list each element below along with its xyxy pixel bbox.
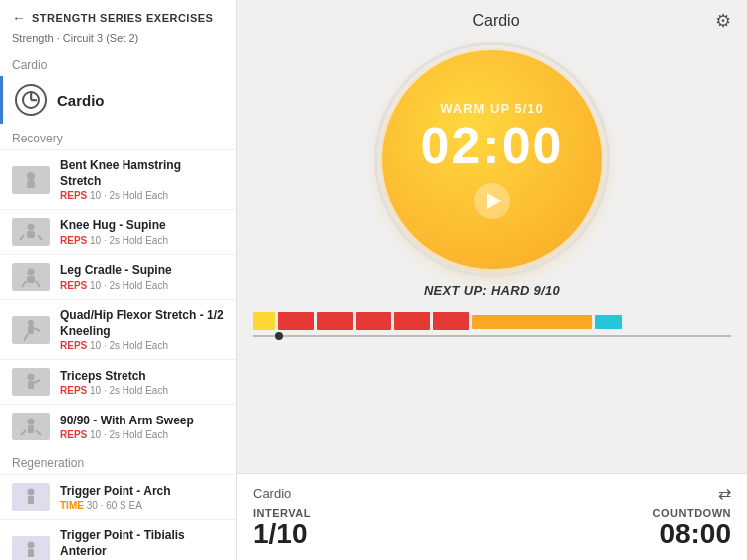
bar-5: [433, 312, 469, 330]
subtitle: Strength · Circuit 3 (Set 2): [0, 32, 236, 50]
timer-circle[interactable]: WARM UP 5/10 02:00: [382, 50, 602, 269]
clock-icon: [15, 84, 47, 116]
progress-bars: [253, 310, 731, 332]
swap-icon[interactable]: ⇄: [718, 484, 731, 503]
regen-info-1: Trigger Point - Tibialis Anterior TIME 3…: [60, 528, 224, 560]
exercise-name-1: Knee Hug - Supine: [60, 218, 224, 234]
countdown-col: COUNTDOWN 08:00: [653, 507, 731, 550]
exercise-item-2[interactable]: Leg Cradle - Supine REPS 10 · 2s Hold Ea…: [0, 254, 236, 299]
svg-rect-35: [28, 549, 34, 557]
bar-3: [356, 312, 391, 330]
active-cardio-item[interactable]: Cardio: [0, 76, 236, 124]
exercise-info-5: 90/90 - With Arm Sweep REPS 10 · 2s Hold…: [60, 414, 224, 441]
exercise-info-2: Leg Cradle - Supine REPS 10 · 2s Hold Ea…: [60, 263, 224, 291]
exercise-thumb-4: [12, 368, 50, 396]
exercise-thumb-0: [12, 166, 50, 194]
warm-up-label: WARM UP 5/10: [440, 101, 544, 116]
progress-indicator: [275, 332, 283, 340]
exercise-item-4[interactable]: Triceps Stretch REPS 10 · 2s Hold Each: [0, 359, 236, 404]
reps-badge-1: REPS: [60, 235, 87, 246]
regeneration-section-label: Regeneration: [0, 448, 236, 474]
exercise-detail-1: 10 · 2s Hold Each: [90, 235, 168, 246]
reps-badge-4: REPS: [60, 385, 87, 396]
exercise-item-1[interactable]: Knee Hug - Supine REPS 10 · 2s Hold Each: [0, 209, 236, 254]
exercise-name-4: Triceps Stretch: [60, 369, 224, 385]
exercise-name-2: Leg Cradle - Supine: [60, 263, 224, 279]
gear-icon[interactable]: ⚙: [715, 10, 731, 32]
exercise-meta-0: REPS 10 · 2s Hold Each: [60, 190, 224, 201]
bar-1: [278, 312, 314, 330]
bottom-info: Cardio ⇄ INTERVAL 1/10 COUNTDOWN 08:00: [237, 473, 747, 560]
exercise-info-0: Bent Knee Hamstring Stretch REPS 10 · 2s…: [60, 158, 224, 201]
svg-point-22: [28, 374, 35, 381]
active-item-label: Cardio: [57, 92, 105, 109]
svg-point-7: [28, 224, 35, 231]
panel-header: ← STRENGTH SERIES EXERCISES: [0, 0, 236, 32]
bar-4: [394, 312, 430, 330]
regen-meta-0: TIME 30 · 60 S EA: [60, 500, 224, 511]
bar-6: [472, 315, 592, 329]
svg-rect-8: [27, 231, 35, 238]
interval-col: INTERVAL 1/10: [253, 507, 311, 550]
regen-item-0[interactable]: Trigger Point - Arch TIME 30 · 60 S EA: [0, 474, 236, 519]
svg-rect-23: [28, 381, 34, 389]
play-button[interactable]: [474, 183, 510, 219]
exercise-meta-1: REPS 10 · 2s Hold Each: [60, 235, 224, 246]
svg-point-0: [23, 92, 39, 108]
reps-badge-5: REPS: [60, 429, 87, 440]
regen-thumb-1: [12, 536, 50, 560]
reps-badge-0: REPS: [60, 190, 87, 201]
svg-point-12: [28, 269, 35, 276]
countdown-value: 08:00: [659, 519, 731, 550]
regen-detail-0: 30 · 60 S EA: [87, 500, 142, 511]
bar-0: [253, 312, 275, 330]
bar-2: [317, 312, 353, 330]
exercise-detail-3: 10 · 2s Hold Each: [90, 340, 168, 351]
svg-rect-27: [28, 425, 34, 433]
reps-badge-2: REPS: [60, 280, 87, 291]
svg-rect-5: [27, 180, 35, 188]
regen-name-0: Trigger Point - Arch: [60, 484, 224, 500]
recovery-section-label: Recovery: [0, 124, 236, 149]
play-icon: [487, 193, 501, 209]
bottom-row-1: Cardio ⇄: [253, 484, 731, 503]
exercise-detail-4: 10 · 2s Hold Each: [90, 385, 168, 396]
exercise-meta-5: REPS 10 · 2s Hold Each: [60, 429, 224, 440]
time-badge-0: TIME: [60, 500, 84, 511]
svg-point-26: [28, 419, 35, 425]
bottom-section-label: Cardio: [253, 486, 291, 501]
exercise-meta-3: REPS 10 · 2s Hold Each: [60, 340, 224, 351]
right-panel-title: Cardio: [277, 12, 715, 30]
exercise-name-5: 90/90 - With Arm Sweep: [60, 414, 224, 429]
svg-point-4: [27, 172, 35, 180]
exercise-item-3[interactable]: Quad/Hip Flexor Stretch - 1/2 Kneeling R…: [0, 299, 236, 359]
reps-badge-3: REPS: [60, 340, 87, 351]
next-up-label: NEXT UP: HARD 9/10: [424, 283, 560, 298]
regen-info-0: Trigger Point - Arch TIME 30 · 60 S EA: [60, 484, 224, 512]
svg-rect-13: [27, 276, 35, 283]
progress-section: [237, 302, 747, 345]
exercise-meta-2: REPS 10 · 2s Hold Each: [60, 280, 224, 291]
exercise-thumb-2: [12, 263, 50, 291]
regen-item-1[interactable]: Trigger Point - Tibialis Anterior TIME 3…: [0, 519, 236, 560]
exercise-thumb-5: [12, 413, 50, 440]
back-button[interactable]: ←: [12, 10, 26, 26]
exercise-meta-4: REPS 10 · 2s Hold Each: [60, 385, 224, 396]
exercise-item-5[interactable]: 90/90 - With Arm Sweep REPS 10 · 2s Hold…: [0, 404, 236, 448]
exercise-name-3: Quad/Hip Flexor Stretch - 1/2 Kneeling: [60, 308, 224, 339]
interval-value: 1/10: [253, 519, 311, 550]
exercise-info-4: Triceps Stretch REPS 10 · 2s Hold Each: [60, 369, 224, 397]
timer-section: WARM UP 5/10 02:00 NEXT UP: HARD 9/10: [237, 40, 747, 298]
svg-rect-18: [28, 326, 34, 334]
exercise-name-0: Bent Knee Hamstring Stretch: [60, 158, 224, 189]
right-header: Cardio ⚙: [237, 0, 747, 40]
svg-rect-32: [28, 496, 34, 504]
right-panel: Cardio ⚙ WARM UP 5/10 02:00 NEXT UP: HAR…: [237, 0, 747, 560]
exercise-thumb-1: [12, 218, 50, 246]
bar-7: [595, 315, 622, 329]
regen-thumb-0: [12, 483, 50, 511]
exercise-item-0[interactable]: Bent Knee Hamstring Stretch REPS 10 · 2s…: [0, 149, 236, 209]
panel-title: STRENGTH SERIES EXERCISES: [32, 12, 213, 24]
exercise-thumb-3: [12, 316, 50, 344]
svg-point-34: [28, 541, 35, 548]
